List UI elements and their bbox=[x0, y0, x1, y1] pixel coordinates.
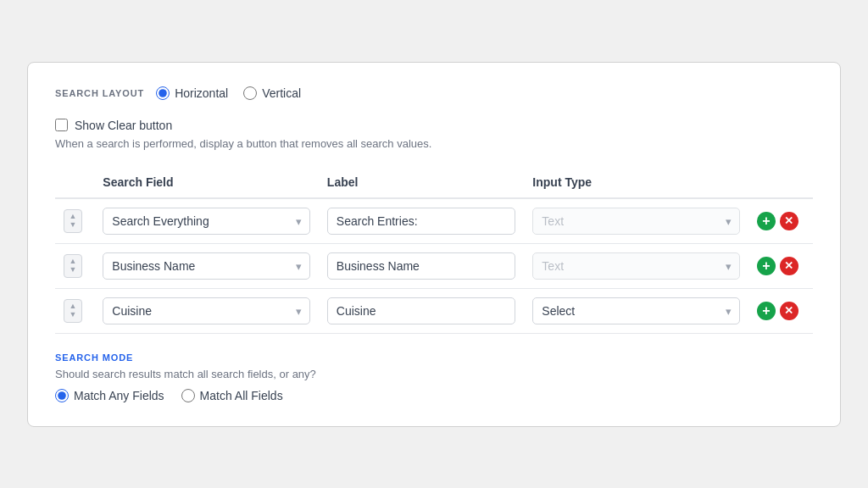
sort-cell: ▲▼ bbox=[55, 243, 94, 288]
input-type-select[interactable]: Text bbox=[532, 208, 740, 235]
th-search-field: Search Field bbox=[94, 169, 319, 198]
settings-card: SEARCH LAYOUT Horizontal Vertical Show C… bbox=[27, 62, 841, 427]
sort-arrows[interactable]: ▲▼ bbox=[64, 299, 82, 323]
search-field-cell: Business Name bbox=[94, 243, 319, 288]
match-all-radio[interactable] bbox=[181, 389, 195, 402]
label-input[interactable] bbox=[327, 297, 516, 324]
table-row: ▲▼CuisineSelect+✕ bbox=[55, 288, 813, 333]
sort-cell: ▲▼ bbox=[55, 198, 94, 244]
search-layout-label: SEARCH LAYOUT bbox=[55, 88, 144, 98]
actions-cell: +✕ bbox=[748, 198, 813, 244]
show-clear-helper: When a search is performed, display a bu… bbox=[55, 137, 813, 150]
match-any-radio-item[interactable]: Match Any Fields bbox=[55, 389, 164, 402]
input-type-cell: Select bbox=[524, 288, 748, 333]
horizontal-radio-item[interactable]: Horizontal bbox=[156, 86, 228, 100]
actions-cell: +✕ bbox=[748, 243, 813, 288]
vertical-radio[interactable] bbox=[243, 86, 257, 100]
match-any-label[interactable]: Match Any Fields bbox=[74, 389, 164, 402]
horizontal-label[interactable]: Horizontal bbox=[175, 86, 228, 100]
input-type-cell: Text bbox=[524, 198, 748, 244]
label-input[interactable] bbox=[327, 208, 516, 235]
match-all-label[interactable]: Match All Fields bbox=[200, 389, 283, 402]
add-row-button[interactable]: + bbox=[757, 212, 776, 230]
match-radio-group: Match Any Fields Match All Fields bbox=[55, 389, 813, 402]
remove-row-button[interactable]: ✕ bbox=[780, 302, 798, 320]
table-row: ▲▼Search EverythingText+✕ bbox=[55, 198, 813, 244]
th-sort bbox=[55, 169, 94, 198]
match-any-radio[interactable] bbox=[55, 389, 69, 402]
fields-table: Search Field Label Input Type ▲▼Search E… bbox=[55, 169, 813, 334]
th-label: Label bbox=[319, 169, 525, 198]
th-input-type: Input Type bbox=[524, 169, 748, 198]
remove-row-button[interactable]: ✕ bbox=[780, 212, 798, 230]
horizontal-radio[interactable] bbox=[156, 86, 170, 100]
label-cell bbox=[319, 288, 525, 333]
show-clear-checkbox[interactable] bbox=[55, 119, 68, 131]
search-layout-row: SEARCH LAYOUT Horizontal Vertical bbox=[55, 86, 813, 100]
vertical-radio-item[interactable]: Vertical bbox=[243, 86, 301, 100]
search-field-select[interactable]: Business Name bbox=[103, 252, 310, 280]
label-cell bbox=[319, 243, 525, 288]
actions-cell: +✕ bbox=[748, 288, 813, 333]
search-field-select[interactable]: Search Everything bbox=[103, 208, 310, 235]
search-field-select[interactable]: Cuisine bbox=[103, 297, 310, 324]
table-row: ▲▼Business NameText+✕ bbox=[55, 243, 813, 288]
show-clear-label[interactable]: Show Clear button bbox=[75, 119, 172, 132]
sort-cell: ▲▼ bbox=[55, 288, 94, 333]
sort-arrows[interactable]: ▲▼ bbox=[64, 209, 82, 233]
search-mode-section: SEARCH MODE Should search results match … bbox=[55, 352, 813, 402]
input-type-select[interactable]: Text bbox=[532, 252, 740, 280]
layout-radio-group: Horizontal Vertical bbox=[156, 86, 301, 100]
action-icons: +✕ bbox=[757, 212, 804, 230]
input-type-select[interactable]: Select bbox=[532, 297, 740, 324]
action-icons: +✕ bbox=[757, 302, 804, 320]
search-field-cell: Cuisine bbox=[94, 288, 319, 333]
show-clear-row: Show Clear button bbox=[55, 119, 813, 132]
input-type-cell: Text bbox=[524, 243, 748, 288]
search-mode-description: Should search results match all search f… bbox=[55, 368, 813, 380]
remove-row-button[interactable]: ✕ bbox=[780, 257, 798, 275]
label-cell bbox=[319, 198, 525, 244]
sort-arrows[interactable]: ▲▼ bbox=[64, 254, 82, 278]
table-header-row: Search Field Label Input Type bbox=[55, 169, 813, 198]
add-row-button[interactable]: + bbox=[757, 257, 776, 275]
search-mode-label: SEARCH MODE bbox=[55, 352, 813, 363]
vertical-label[interactable]: Vertical bbox=[262, 86, 301, 100]
action-icons: +✕ bbox=[757, 257, 804, 275]
th-actions bbox=[748, 169, 813, 198]
label-input[interactable] bbox=[327, 252, 516, 280]
match-all-radio-item[interactable]: Match All Fields bbox=[181, 389, 283, 402]
add-row-button[interactable]: + bbox=[757, 302, 776, 320]
search-field-cell: Search Everything bbox=[94, 198, 319, 244]
